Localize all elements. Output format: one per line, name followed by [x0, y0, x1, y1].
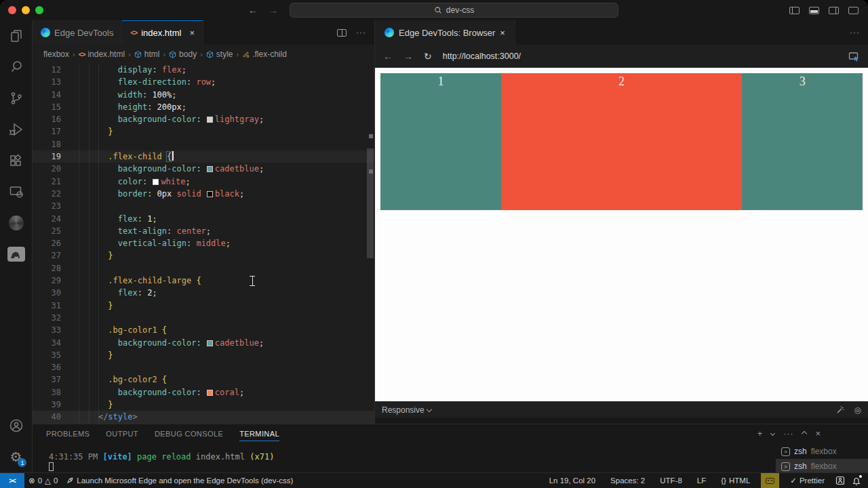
eol-status[interactable]: LF: [693, 476, 710, 485]
notifications-bell-icon[interactable]: [852, 476, 861, 485]
browser-back-icon[interactable]: ←: [383, 51, 393, 62]
code-line-37[interactable]: 37 .bg-color2 {: [33, 373, 374, 386]
code-line-28[interactable]: 28: [33, 262, 374, 274]
inspect-target-icon[interactable]: ◎: [854, 405, 861, 415]
breadcrumb-file[interactable]: <>index.html: [79, 49, 125, 59]
language-mode-status[interactable]: {}HTML: [717, 476, 754, 485]
terminal-list-item[interactable]: >zshflexbox: [776, 444, 868, 459]
panel-more-actions-icon[interactable]: ···: [783, 429, 793, 439]
code-line-29[interactable]: 29 .flex-child-large {: [33, 274, 374, 287]
editor-scrollbar[interactable]: [367, 148, 374, 258]
source-control-icon[interactable]: [0, 83, 33, 114]
color-swatch[interactable]: [207, 117, 213, 123]
code-line-15[interactable]: 15 height: 200px;: [33, 101, 374, 113]
code-line-24[interactable]: 24 flex: 1;: [33, 213, 374, 225]
account-icon[interactable]: [0, 410, 33, 441]
history-back-icon[interactable]: ←: [248, 5, 258, 16]
breadcrumb-selector[interactable]: .flex-child: [242, 49, 287, 59]
color-swatch[interactable]: [207, 166, 213, 172]
maximize-window-button[interactable]: [35, 6, 43, 14]
close-window-button[interactable]: [8, 6, 16, 14]
color-swatch[interactable]: [207, 191, 213, 197]
extensions-icon[interactable]: [0, 145, 33, 176]
toggle-panel-icon[interactable]: [809, 7, 819, 14]
explorer-icon[interactable]: [0, 20, 33, 52]
edge-tools-gold-status[interactable]: [761, 473, 779, 488]
code-line-20[interactable]: 20 background-color: cadetblue;: [33, 163, 374, 175]
editor-more-actions-icon[interactable]: ···: [356, 28, 366, 37]
breadcrumb-style[interactable]: style: [206, 49, 233, 59]
history-forward-icon[interactable]: →: [269, 5, 278, 16]
code-line-12[interactable]: 12 display: flex;: [33, 64, 374, 76]
color-swatch[interactable]: [207, 390, 213, 396]
toggle-primary-sidebar-icon[interactable]: [789, 7, 800, 14]
tab-terminal[interactable]: TERMINAL: [239, 430, 279, 441]
tab-debug-console[interactable]: DEBUG CONSOLE: [155, 430, 223, 438]
browser-more-actions-icon[interactable]: ···: [850, 28, 860, 37]
screencast-toggle-icon[interactable]: [848, 52, 860, 62]
close-tab-icon[interactable]: ×: [189, 28, 195, 38]
browser-viewport[interactable]: 123: [375, 68, 868, 401]
code-line-39[interactable]: 39 }: [33, 399, 374, 411]
settings-gear-icon[interactable]: ⚙1: [0, 441, 33, 472]
code-line-16[interactable]: 16 background-color: lightgray;: [33, 113, 374, 125]
code-line-21[interactable]: 21 color: white;: [33, 176, 374, 188]
run-debug-icon[interactable]: [0, 114, 33, 145]
color-swatch[interactable]: [207, 340, 213, 346]
code-line-34[interactable]: 34 background-color: cadetblue;: [33, 337, 374, 349]
cursor-position-status[interactable]: Ln 19, Col 20: [545, 476, 599, 485]
tab-output[interactable]: OUTPUT: [106, 430, 138, 438]
code-line-40[interactable]: 40 </style>: [33, 411, 374, 423]
code-line-31[interactable]: 31 }: [33, 300, 374, 312]
emulation-wand-icon[interactable]: [835, 405, 845, 415]
code-line-38[interactable]: 38 background-color: coral;: [33, 386, 374, 399]
code-line-26[interactable]: 26 vertical-align: middle;: [33, 237, 374, 249]
command-center-search[interactable]: dev-css: [290, 3, 618, 18]
accessibility-person-icon[interactable]: [835, 476, 845, 485]
device-mode-dropdown[interactable]: Responsive: [382, 405, 431, 415]
code-editor[interactable]: 12 display: flex;13 flex-direction: row;…: [33, 64, 374, 424]
edge-browser-icon[interactable]: [0, 207, 33, 239]
browser-reload-icon[interactable]: ↻: [424, 51, 432, 62]
new-terminal-icon[interactable]: +: [757, 428, 763, 439]
code-line-27[interactable]: 27 }: [33, 249, 374, 262]
edge-devtools-sidebar-icon[interactable]: [0, 176, 33, 207]
formatter-status[interactable]: ✓Prettier: [786, 476, 829, 485]
code-line-30[interactable]: 30 flex: 2;: [33, 287, 374, 299]
encoding-status[interactable]: UTF-8: [656, 476, 686, 485]
code-line-13[interactable]: 13 flex-direction: row;: [33, 76, 374, 88]
maximize-panel-icon[interactable]: [802, 430, 807, 436]
terminal-list-item[interactable]: >zshflexbox: [776, 459, 868, 474]
code-line-14[interactable]: 14 width: 100%;: [33, 89, 374, 101]
tab-edge-devtools-browser[interactable]: Edge DevTools: Browser ×: [375, 20, 515, 45]
tab-edge-devtools[interactable]: Edge DevTools: [33, 20, 122, 45]
code-line-18[interactable]: 18: [33, 138, 374, 150]
split-editor-icon[interactable]: [337, 29, 347, 37]
close-browser-tab-icon[interactable]: ×: [500, 28, 505, 38]
code-line-23[interactable]: 23: [33, 200, 374, 212]
color-swatch[interactable]: [153, 179, 159, 185]
browser-forward-icon[interactable]: →: [403, 51, 413, 62]
url-bar[interactable]: http://localhost:3000/: [443, 52, 521, 61]
problems-status[interactable]: ⊗0 △0: [24, 476, 62, 485]
terminal-profile-chevron-icon[interactable]: [770, 431, 775, 436]
code-line-25[interactable]: 25 text-align: center;: [33, 225, 374, 237]
code-line-33[interactable]: 33 .bg-color1 {: [33, 324, 374, 336]
code-line-22[interactable]: 22 border: 0px solid black;: [33, 188, 374, 200]
code-line-35[interactable]: 35 }: [33, 349, 374, 361]
search-sidebar-icon[interactable]: [0, 52, 33, 83]
toggle-secondary-sidebar-icon[interactable]: [829, 7, 839, 14]
code-line-36[interactable]: 36: [33, 361, 374, 373]
tab-problems[interactable]: PROBLEMS: [46, 430, 90, 438]
code-line-17[interactable]: 17 }: [33, 125, 374, 138]
tab-index-html[interactable]: <> index.html ×: [122, 20, 203, 45]
launch-edge-status[interactable]: Launch Microsoft Edge and open the Edge …: [62, 476, 297, 485]
breadcrumb-body[interactable]: body: [169, 49, 197, 59]
remote-indicator[interactable]: ><: [0, 473, 24, 488]
camel-extension-icon[interactable]: [0, 239, 33, 270]
customize-layout-icon[interactable]: ··: [848, 7, 859, 14]
close-panel-icon[interactable]: ×: [815, 428, 821, 439]
code-line-19[interactable]: 19 .flex-child {: [33, 150, 374, 163]
breadcrumb-folder[interactable]: flexbox: [43, 49, 69, 59]
minimize-window-button[interactable]: [22, 6, 30, 14]
